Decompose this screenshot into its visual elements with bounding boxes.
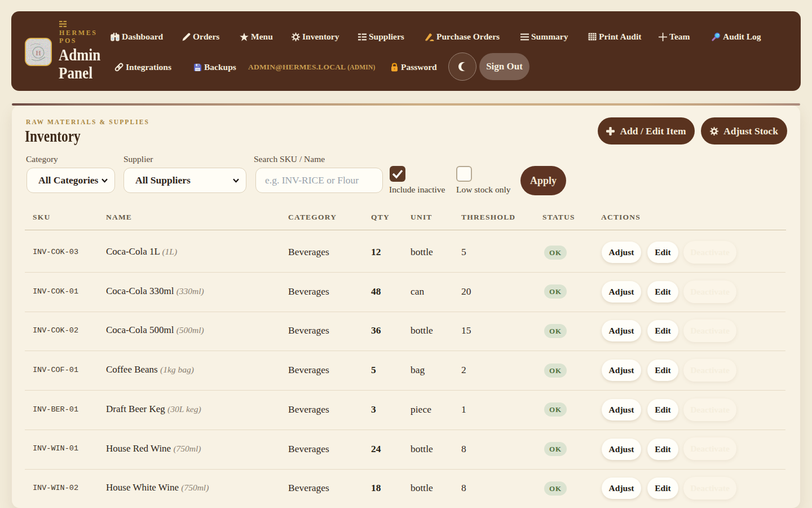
svg-text:H: H [36,49,41,57]
